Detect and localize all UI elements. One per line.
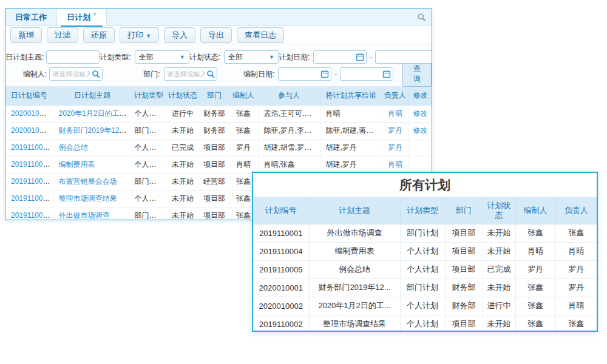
plan-id-link[interactable]: 2019110003 — [11, 177, 51, 186]
owner-link[interactable]: 肖晴 — [388, 160, 402, 169]
column-header: 修改 — [409, 87, 432, 105]
plan-subject-link[interactable]: 布置营销展会会场 — [59, 177, 117, 186]
modify-link[interactable]: 修改 — [409, 122, 432, 139]
plan-id-cell: 2019110004 — [253, 242, 309, 260]
plan-status-cell: 已完成 — [483, 260, 515, 278]
creator-cell: 张鑫 — [229, 105, 258, 122]
table-header-row: 日计划编号日计划主题计划类型计划状态部门编制人参与人将计划共享给谁负责人修改 — [5, 87, 432, 105]
owner-link[interactable]: 肖晴 — [388, 109, 402, 118]
export-button[interactable]: 导出 — [200, 27, 232, 43]
owner-link[interactable]: 罗丹 — [382, 139, 409, 156]
owner-link[interactable]: 肖晴 — [382, 105, 409, 122]
owner-link[interactable]: 罗丹 — [382, 122, 409, 139]
plan-status-cell: 未开始 — [166, 122, 200, 139]
plan-id-link[interactable]: 2019110004 — [11, 160, 51, 169]
type-value: 全部 — [139, 52, 154, 62]
table-row: 2019110004编制费用表个人计划未开始项目部肖晴肖晴,张鑫胡建,罗丹肖晴 — [5, 156, 432, 173]
plan-date-end-input[interactable] — [375, 50, 432, 64]
plan-subject-link[interactable]: 编制费用表 — [53, 156, 132, 173]
plan-subject-cell: 整理市场调查结果 — [309, 315, 400, 332]
plan-type-cell: 部门计划 — [400, 224, 445, 242]
plan-subject-link[interactable]: 例会总结 — [53, 139, 132, 156]
plan-id-link[interactable]: 2019110001 — [11, 211, 51, 220]
column-header: 部门 — [200, 87, 229, 105]
plan-subject-link[interactable]: 布置营销展会会场 — [53, 173, 132, 190]
search-icon[interactable] — [206, 70, 215, 78]
calendar-icon[interactable] — [382, 70, 391, 78]
owner-cell: 张鑫 — [555, 315, 597, 332]
date-separator: - — [331, 70, 340, 78]
plan-id-link[interactable]: 2019110002 — [11, 194, 51, 203]
plan-subject-link[interactable]: 财务部门2019年12月的... — [59, 126, 132, 135]
dept-cell: 项目部 — [445, 260, 483, 278]
plan-subject-link[interactable]: 外出做市场调查 — [53, 207, 132, 220]
plan-id-link[interactable]: 2019110005 — [11, 143, 51, 152]
plan-id-link[interactable]: 2020010002 — [5, 105, 53, 122]
table-row: 2019110001外出做市场调查部门计划项目部未开始张鑫张鑫 — [253, 224, 597, 242]
modify-link — [409, 139, 432, 156]
owner-link[interactable]: 罗丹 — [388, 126, 402, 135]
column-header: 负责人 — [382, 87, 409, 105]
restore-button[interactable]: 还原 — [83, 27, 115, 43]
search-settings-icon[interactable] — [417, 13, 427, 22]
status-value: 全部 — [228, 52, 243, 62]
plan-subject-link[interactable]: 2020年1月2日的工作日... — [59, 109, 132, 118]
chevron-down-icon: ▼ — [180, 54, 185, 60]
plan-id-link[interactable]: 2019110001 — [5, 207, 53, 220]
close-icon[interactable]: × — [93, 11, 97, 18]
plan-id-link[interactable]: 2020010001 — [5, 122, 53, 139]
plan-subject-link[interactable]: 整理市场调查结果 — [59, 194, 117, 203]
table-row: 2019110005例会总结个人计划已完成项目部罗丹胡建,胡雪,罗丹,任晓...… — [5, 139, 432, 156]
owner-link[interactable]: 肖晴 — [382, 156, 409, 173]
column-header: 计划状态 — [166, 87, 200, 105]
modify-link — [409, 156, 432, 173]
plan-subject-cell: 外出做市场调查 — [309, 224, 400, 242]
plan-subject-link[interactable]: 编制费用表 — [59, 160, 95, 169]
table-row: 2019110002整理市场调查结果个人计划项目部未开始张鑫张鑫 — [253, 315, 597, 332]
tab-daily-plan[interactable]: 日计划 × — [56, 9, 107, 25]
owner-link[interactable]: 罗丹 — [388, 143, 402, 152]
plan-subject-link[interactable]: 2020年1月2日的工作日... — [53, 105, 132, 122]
modify-link[interactable]: 修改 — [413, 126, 427, 135]
calendar-icon[interactable] — [320, 70, 329, 78]
plan-subject-link[interactable]: 整理市场调查结果 — [53, 190, 132, 207]
tab-daily-work[interactable]: 日常工作 — [5, 9, 56, 25]
plan-subject-link[interactable]: 财务部门2019年12月的... — [53, 122, 132, 139]
plan-status-cell: 未开始 — [166, 207, 200, 220]
plan-subject-link[interactable]: 外出做市场调查 — [59, 211, 110, 220]
search-icon[interactable] — [92, 70, 100, 78]
query-button[interactable]: 查询 — [402, 61, 432, 87]
modify-link[interactable]: 修改 — [413, 109, 427, 118]
dept-cell: 财务部 — [200, 105, 229, 122]
table-row: 20200100022020年1月2日的工作日...个人计划进行中财务部张鑫孟浩… — [5, 105, 432, 122]
view-log-button[interactable]: 查看日志 — [237, 27, 284, 43]
dept-cell: 项目部 — [445, 224, 483, 242]
owner-cell: 张鑫 — [555, 224, 597, 242]
plan-id-link[interactable]: 2019110004 — [5, 156, 53, 173]
new-button[interactable]: 新增 — [10, 27, 42, 43]
plan-id-link[interactable]: 2020010001 — [11, 126, 52, 135]
plan-id-link[interactable]: 2019110003 — [5, 173, 53, 190]
creator-cell: 肖晴 — [515, 242, 555, 260]
plan-status-cell: 进行中 — [483, 297, 515, 315]
owner-cell: 肖晴 — [555, 297, 597, 315]
calendar-icon[interactable] — [356, 53, 364, 61]
filter-button[interactable]: 过滤 — [47, 27, 78, 43]
plan-type-cell: 个人计划 — [400, 260, 445, 278]
creator-cell: 张鑫 — [515, 224, 555, 242]
plan-id-link[interactable]: 2020010002 — [11, 109, 52, 118]
plan-id-link[interactable]: 2019110005 — [5, 139, 53, 156]
import-button[interactable]: 导入 — [164, 27, 195, 43]
dept-cell: 财务部 — [445, 278, 483, 297]
plan-id-link[interactable]: 2019110002 — [5, 190, 53, 207]
print-button[interactable]: 打印▼ — [120, 27, 159, 43]
plan-subject-link[interactable]: 例会总结 — [59, 143, 88, 152]
table-row: 2020010001财务部门2019年12...部门计划财务部未开始张鑫罗丹 — [253, 278, 597, 297]
plan-type-cell: 个人计划 — [400, 242, 445, 260]
dept-cell: 项目部 — [445, 242, 483, 260]
type-select[interactable]: 全部▼ — [135, 50, 189, 64]
status-select[interactable]: 全部▼ — [224, 50, 279, 64]
modify-link[interactable]: 修改 — [409, 105, 432, 122]
plan-status-cell: 进行中 — [166, 105, 200, 122]
subject-input[interactable] — [46, 50, 100, 64]
